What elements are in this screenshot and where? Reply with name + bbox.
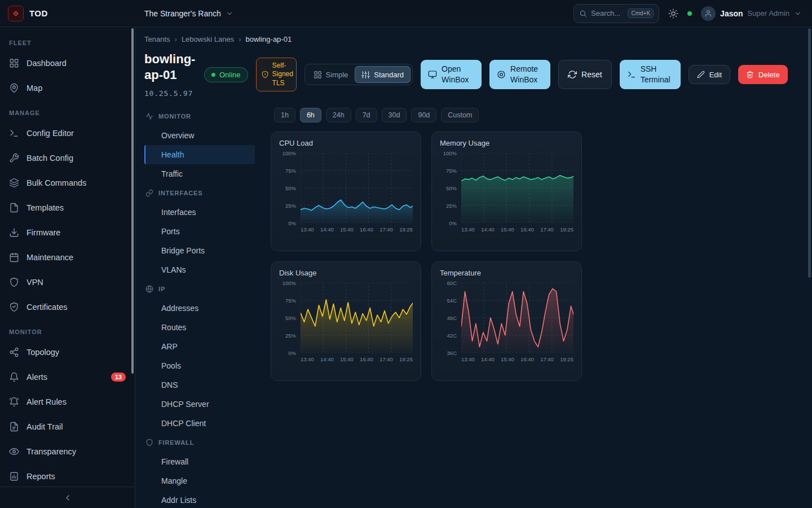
ssh-terminal-button[interactable]: SSH Terminal xyxy=(620,60,681,89)
x-tick-label: 19:25 xyxy=(560,226,573,233)
terminal-icon xyxy=(9,128,19,138)
search-input[interactable] xyxy=(591,9,624,17)
sidebar-item-dashboard[interactable]: Dashboard xyxy=(0,51,135,76)
sidebar-collapse-button[interactable] xyxy=(63,493,72,502)
y-tick-label: 0% xyxy=(288,350,296,356)
subnav-item-arp[interactable]: ARP xyxy=(144,337,255,356)
sidebar-scrollbar[interactable] xyxy=(131,28,134,374)
subnav-item-traffic[interactable]: Traffic xyxy=(144,164,255,183)
subnav-item-firewall[interactable]: Firewall xyxy=(144,452,255,471)
y-tick-label: 42C xyxy=(447,332,457,339)
x-tick-label: 16:40 xyxy=(520,356,534,362)
time-range-90d[interactable]: 90d xyxy=(411,108,436,122)
subnav-item-addr-lists[interactable]: Addr Lists xyxy=(144,491,255,508)
breadcrumb-item[interactable]: Tenants xyxy=(144,35,170,43)
breadcrumb: Tenants›Lebowski Lanes›bowling-ap-01 xyxy=(144,35,812,43)
delete-label: Delete xyxy=(758,71,780,79)
subnav-item-mangle[interactable]: Mangle xyxy=(144,471,255,491)
subnav-item-dhcp-server[interactable]: DHCP Server xyxy=(144,395,255,414)
subnav-item-vlans[interactable]: VLANs xyxy=(144,260,255,279)
sidebar-item-maintenance[interactable]: Maintenance xyxy=(0,245,135,270)
time-range-30d[interactable]: 30d xyxy=(382,108,407,122)
subnav-item-addresses[interactable]: Addresses xyxy=(144,299,255,318)
y-tick-label: 100% xyxy=(283,150,296,156)
mode-option-label: Standard xyxy=(374,71,404,79)
sidebar-item-audit-trail[interactable]: Audit Trail xyxy=(0,414,135,439)
open-winbox-button[interactable]: Open WinBox xyxy=(421,60,482,89)
layers-icon xyxy=(9,178,19,188)
link-icon xyxy=(145,189,153,197)
y-tick-label: 25% xyxy=(285,203,296,209)
sidebar-item-map[interactable]: Map xyxy=(0,76,135,100)
sun-icon xyxy=(668,8,678,19)
subnav-item-routes[interactable]: Routes xyxy=(144,318,255,337)
chart-title: CPU Load xyxy=(279,139,413,147)
time-range-24h[interactable]: 24h xyxy=(326,108,351,122)
logo-row: TOD xyxy=(0,6,135,21)
sidebar-item-topology[interactable]: Topology xyxy=(0,340,135,365)
app-name: TOD xyxy=(29,8,48,18)
user-role: Super Admin xyxy=(748,9,789,17)
subnav-item-pools[interactable]: Pools xyxy=(144,356,255,375)
sidebar-item-bulk-commands[interactable]: Bulk Commands xyxy=(0,170,135,195)
sidebar-item-reports[interactable]: Reports xyxy=(0,464,135,487)
delete-button[interactable]: Delete xyxy=(738,65,788,84)
sidebar-item-config-editor[interactable]: Config Editor xyxy=(0,121,135,146)
reset-button[interactable]: Reset xyxy=(558,60,612,89)
sidebar-item-batch-config[interactable]: Batch Config xyxy=(0,146,135,170)
time-range-1h[interactable]: 1h xyxy=(274,108,295,122)
time-range-custom[interactable]: Custom xyxy=(441,108,479,122)
sidebar-item-firmware[interactable]: Firmware xyxy=(0,220,135,245)
sidebar-item-certificates[interactable]: Certificates xyxy=(0,295,135,319)
sidebar-item-alert-rules[interactable]: Alert Rules xyxy=(0,389,135,414)
file-icon xyxy=(9,203,19,213)
main-content: Tenants›Lebowski Lanes›bowling-ap-01 bow… xyxy=(135,27,812,508)
sidebar-item-label: Firmware xyxy=(27,228,60,237)
theme-toggle-button[interactable] xyxy=(668,8,678,19)
trash-icon xyxy=(746,71,754,78)
x-tick-label: 19:25 xyxy=(399,226,413,233)
search-box[interactable]: Cmd+K xyxy=(573,4,659,23)
monitor-icon xyxy=(428,70,437,79)
x-tick-label: 15:40 xyxy=(340,356,354,362)
subnav-item-health[interactable]: Health xyxy=(144,145,255,164)
x-tick-label: 13:40 xyxy=(461,356,475,362)
edit-button[interactable]: Edit xyxy=(689,65,730,84)
subnav-item-interfaces[interactable]: Interfaces xyxy=(144,203,255,222)
subnav-group-monitor: MONITOR xyxy=(144,107,255,126)
sidebar-item-vpn[interactable]: VPN xyxy=(0,270,135,295)
x-tick-label: 13:40 xyxy=(301,226,314,233)
subnav-item-dhcp-client[interactable]: DHCP Client xyxy=(144,414,255,433)
sidebar-item-alerts[interactable]: Alerts13 xyxy=(0,365,135,389)
breadcrumb-item[interactable]: Lebowski Lanes xyxy=(182,35,234,43)
user-menu[interactable]: Jason Super Admin xyxy=(701,6,802,21)
mode-option-standard[interactable]: Standard xyxy=(355,66,411,83)
status-badge: Online xyxy=(204,67,248,82)
sidebar-item-transparency[interactable]: Transparency xyxy=(0,439,135,464)
x-tick-label: 14:40 xyxy=(320,226,334,233)
tenant-selector[interactable]: The Stranger's Ranch xyxy=(144,9,233,18)
subnav-item-dns[interactable]: DNS xyxy=(144,375,255,395)
sidebar-section-monitor: MONITOR xyxy=(0,319,135,340)
subnav-item-ports[interactable]: Ports xyxy=(144,222,255,241)
memory-usage-plot xyxy=(461,153,573,223)
bell-icon xyxy=(9,372,19,382)
breadcrumb-separator: › xyxy=(175,35,177,43)
y-tick-label: 50% xyxy=(446,185,457,191)
subnav-item-bridge-ports[interactable]: Bridge Ports xyxy=(144,241,255,260)
sidebar-item-label: Alerts xyxy=(27,373,47,382)
mode-option-simple[interactable]: Simple xyxy=(307,66,355,83)
y-tick-label: 48C xyxy=(447,315,457,321)
remote-winbox-button[interactable]: Remote WinBox xyxy=(489,60,550,89)
chart-title: Memory Usage xyxy=(440,139,573,147)
audit-icon xyxy=(9,422,19,432)
breadcrumb-item[interactable]: bowling-ap-01 xyxy=(245,35,292,43)
open-winbox-label: Open WinBox xyxy=(442,64,474,85)
time-range-6h[interactable]: 6h xyxy=(300,108,321,122)
y-tick-label: 100% xyxy=(283,280,296,286)
sidebar-item-templates[interactable]: Templates xyxy=(0,195,135,220)
subnav-item-overview[interactable]: Overview xyxy=(144,126,255,145)
page-scrollbar[interactable] xyxy=(808,28,811,278)
time-range-7d[interactable]: 7d xyxy=(356,108,377,122)
sidebar-item-label: Map xyxy=(27,84,42,93)
